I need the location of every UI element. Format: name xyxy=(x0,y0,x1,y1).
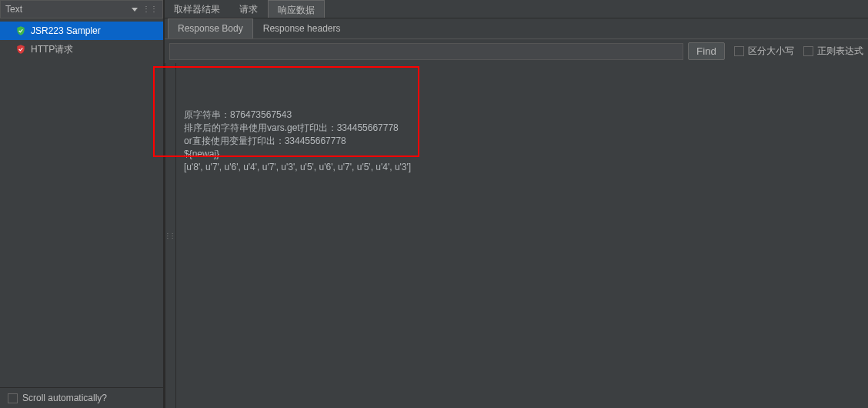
shield-icon xyxy=(15,44,26,55)
find-button[interactable]: Find xyxy=(688,42,725,60)
case-label: 区分大小写 xyxy=(748,45,794,58)
tree-item[interactable]: JSR223 Sampler xyxy=(0,22,163,40)
splitter-gutter[interactable]: · ·· ·· · xyxy=(165,63,176,408)
regex-label: 正则表达式 xyxy=(817,45,863,58)
left-panel: Text ⋮⋮ JSR223 SamplerHTTP请求 Scroll auto… xyxy=(0,0,165,408)
regex-checkbox[interactable] xyxy=(803,46,813,56)
top-tab[interactable]: 请求 xyxy=(230,0,268,18)
sub-tab[interactable]: Response headers xyxy=(253,18,351,38)
top-tab[interactable]: 取样器结果 xyxy=(165,0,230,18)
response-line: 原字符串：876473567543 xyxy=(184,109,860,122)
response-line: [u'8', u'7', u'6', u'4', u'7', u'3', u'5… xyxy=(184,161,860,174)
scroll-auto-label: Scroll automatically? xyxy=(22,393,107,403)
scroll-auto-checkbox[interactable] xyxy=(8,393,18,403)
top-tab[interactable]: 响应数据 xyxy=(268,0,325,18)
regex-option[interactable]: 正则表达式 xyxy=(803,45,863,58)
sub-tab[interactable]: Response Body xyxy=(168,18,253,38)
view-mode-dropdown[interactable]: Text ⋮⋮ xyxy=(0,0,163,18)
search-input[interactable] xyxy=(169,43,683,60)
dropdown-label: Text xyxy=(5,4,22,15)
response-body-text[interactable]: 原字符串：876473567543排序后的字符串使用vars.get打印出：33… xyxy=(176,63,868,408)
search-row: Find 区分大小写 正则表达式 xyxy=(165,38,868,63)
response-line: or直接使用变量打印出：334455667778 xyxy=(184,135,860,148)
response-line: ${newaj} xyxy=(184,148,860,161)
tree-item[interactable]: HTTP请求 xyxy=(0,40,163,59)
response-line: 排序后的字符串使用vars.get打印出：334455667778 xyxy=(184,122,860,135)
case-checkbox[interactable] xyxy=(734,46,744,56)
right-panel: 取样器结果请求响应数据 Response BodyResponse header… xyxy=(165,0,868,408)
footer-bar: Scroll automatically? xyxy=(0,387,163,408)
case-sensitive-option[interactable]: 区分大小写 xyxy=(734,45,794,58)
shield-icon xyxy=(15,25,26,36)
top-tabs: 取样器结果请求响应数据 xyxy=(165,0,868,18)
tree-item-label: JSR223 Sampler xyxy=(31,25,101,36)
sub-tabs: Response BodyResponse headers xyxy=(165,18,868,38)
tree-item-label: HTTP请求 xyxy=(31,43,73,56)
chevron-down-icon xyxy=(132,8,138,12)
grip-icon: · ·· ·· · xyxy=(167,232,175,239)
drag-handle-icon[interactable]: ⋮⋮ xyxy=(142,7,158,12)
result-tree: JSR223 SamplerHTTP请求 xyxy=(0,18,163,387)
content-area: · ·· ·· · 原字符串：876473567543排序后的字符串使用vars… xyxy=(165,63,868,408)
